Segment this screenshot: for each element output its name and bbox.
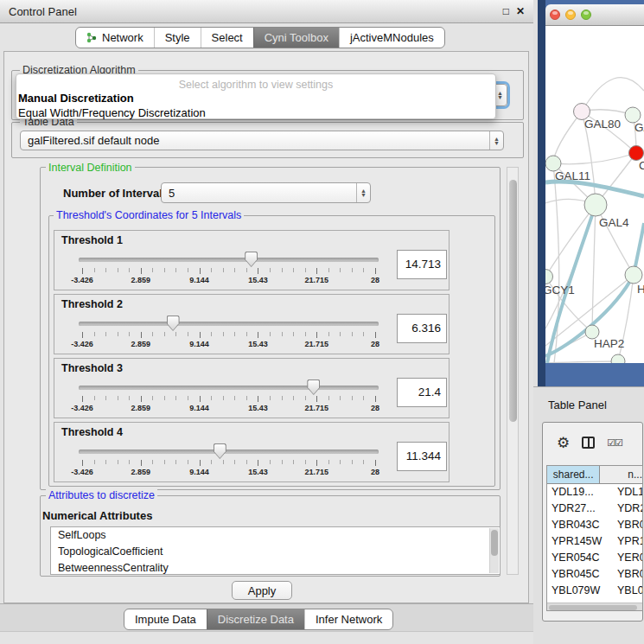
network-node-gal4[interactable]	[584, 194, 607, 216]
algorithm-option[interactable]: Equal Width/Frequency Discretization	[16, 105, 495, 120]
threshold-slider-track[interactable]	[79, 386, 379, 390]
table-row[interactable]: YBR043CYBR0...	[547, 517, 642, 533]
table-cell[interactable]: YDR2...	[613, 501, 642, 517]
table-row[interactable]: YPR145WYPR1...	[547, 533, 642, 550]
tab-infer-network[interactable]: Infer Network	[304, 609, 392, 629]
table-cell[interactable]: YER0...	[613, 550, 642, 566]
table-row[interactable]: YDR27...YDR2...	[547, 501, 642, 517]
slider-tick	[258, 396, 258, 402]
table-cell[interactable]: YBR0...	[613, 566, 642, 583]
threshold-slider-track[interactable]	[79, 258, 379, 262]
threshold-slider-thumb[interactable]	[307, 379, 320, 395]
table-cell[interactable]: YBR043C	[547, 517, 613, 533]
column-header-shared-name[interactable]: shared...	[547, 466, 600, 483]
attribute-list-item[interactable]: SelfLoops	[51, 527, 500, 544]
apply-button[interactable]: Apply	[232, 581, 292, 600]
close-traffic-light-icon[interactable]	[550, 10, 560, 20]
network-window-titlebar[interactable]	[545, 4, 644, 26]
network-edge[interactable]	[592, 205, 596, 332]
zoom-traffic-light-icon[interactable]	[581, 10, 591, 20]
combo-stepper-icon[interactable]: ▲▼	[489, 131, 503, 150]
threshold-slider-thumb[interactable]	[214, 443, 226, 459]
threshold-slider-track[interactable]	[79, 322, 379, 326]
table-horizontal-scrollbar[interactable]	[547, 603, 642, 610]
network-edge[interactable]	[582, 78, 644, 112]
network-node-c[interactable]	[629, 146, 644, 161]
tab-select[interactable]: Select	[201, 28, 253, 48]
threshold-value-field[interactable]: 21.4	[397, 378, 447, 407]
slider-tick	[270, 396, 271, 400]
algorithm-option[interactable]: Manual Discretization	[16, 91, 495, 105]
slider-tick	[188, 460, 188, 464]
tab-jactivemnodules[interactable]: jActiveMNodules	[339, 28, 444, 48]
table-cell[interactable]: YBR045C	[547, 566, 613, 583]
network-edge[interactable]	[545, 361, 618, 363]
table-data-combo[interactable]: galFiltered.sif default node ▲▼	[20, 131, 504, 150]
threshold-value-field[interactable]: 14.713	[397, 250, 447, 279]
slider-tick	[340, 460, 341, 464]
checkbox-columns-icon[interactable]: ☑☑	[607, 437, 622, 449]
table-row[interactable]: YDL19...YDL1...	[547, 484, 642, 501]
slider-tick-label: -3.426	[63, 468, 101, 476]
tab-style[interactable]: Style	[154, 28, 201, 48]
attribute-list-item[interactable]: TopologicalCoefficient	[51, 544, 500, 560]
network-graph[interactable]: GAL80GACGAL11GAL4GCY1HHAP2	[545, 26, 644, 363]
slider-tick	[82, 332, 83, 338]
window-divider[interactable]	[538, 0, 545, 386]
slider-tick	[328, 460, 329, 464]
slider-tick	[258, 460, 258, 466]
table-cell[interactable]: YDL19...	[547, 484, 613, 501]
slider-tick	[316, 396, 317, 402]
network-node-h[interactable]	[625, 266, 642, 284]
table-cell[interactable]: YER054C	[547, 550, 613, 566]
close-icon[interactable]: ✕	[516, 5, 525, 17]
network-edge[interactable]	[553, 153, 636, 164]
slider-tick	[152, 396, 153, 400]
table-cell[interactable]: YDR27...	[547, 501, 613, 517]
threshold-slider-thumb[interactable]	[245, 252, 258, 267]
threshold-slider-thumb[interactable]	[167, 316, 180, 331]
threshold-value-field[interactable]: 11.344	[397, 442, 447, 471]
table-cell[interactable]: YDL1...	[613, 484, 642, 501]
panel-vertical-scrollbar[interactable]	[507, 167, 519, 575]
table-cell[interactable]: YBR0...	[613, 517, 642, 533]
network-node[interactable]	[611, 354, 625, 363]
table-cell[interactable]: YBL079W	[547, 583, 613, 599]
slider-tick	[246, 268, 247, 272]
column-header-name[interactable]: n...	[600, 466, 642, 483]
column-layout-icon[interactable]	[582, 437, 595, 449]
table-row[interactable]: YBR045CYBR0...	[547, 566, 642, 583]
combo-stepper-icon[interactable]: ▲▼	[356, 183, 370, 202]
slider-tick-label: 21.715	[297, 340, 335, 348]
tab-discretize-data[interactable]: Discretize Data	[207, 609, 304, 629]
slider-tick	[82, 268, 83, 274]
slider-tick	[363, 460, 364, 464]
table-cell[interactable]: YPR1...	[613, 533, 642, 550]
attribute-list-item[interactable]: BetweennessCentrality	[51, 560, 500, 575]
tab-label: Select	[212, 31, 243, 44]
network-node-label: GAL4	[599, 216, 629, 229]
table-cell[interactable]: YPR145W	[547, 533, 613, 550]
table-panel-region: Table Panel ⚙ ☑☑ shared... n... YDL19...…	[533, 386, 644, 644]
table-cell[interactable]: YBL0...	[613, 583, 642, 599]
minimize-traffic-light-icon[interactable]	[565, 10, 576, 20]
network-edge[interactable]	[545, 205, 596, 277]
slider-tick	[188, 268, 188, 272]
network-view[interactable]: GAL80GACGAL11GAL4GCY1HHAP2	[545, 26, 644, 363]
threshold-value-field[interactable]: 6.316	[397, 314, 447, 343]
network-edge[interactable]	[553, 112, 582, 163]
network-node-gcy1[interactable]	[545, 270, 553, 284]
slider-tick	[305, 460, 306, 464]
float-window-icon[interactable]: □	[503, 5, 509, 17]
table-row[interactable]: YBL079WYBL0...	[547, 583, 642, 599]
table-row[interactable]: YER054CYER0...	[547, 550, 642, 566]
slider-tick	[305, 268, 306, 272]
tab-network[interactable]: Network	[76, 28, 154, 48]
slider-tick	[305, 332, 306, 336]
attributes-list-scrollbar[interactable]	[489, 528, 499, 573]
tab-impute-data[interactable]: Impute Data	[124, 609, 207, 629]
threshold-slider-track[interactable]	[79, 450, 379, 454]
number-of-intervals-combo[interactable]: 5 ▲▼	[161, 182, 371, 203]
tab-cyni-toolbox[interactable]: Cyni Toolbox	[253, 28, 339, 48]
gear-icon[interactable]: ⚙	[557, 436, 570, 450]
